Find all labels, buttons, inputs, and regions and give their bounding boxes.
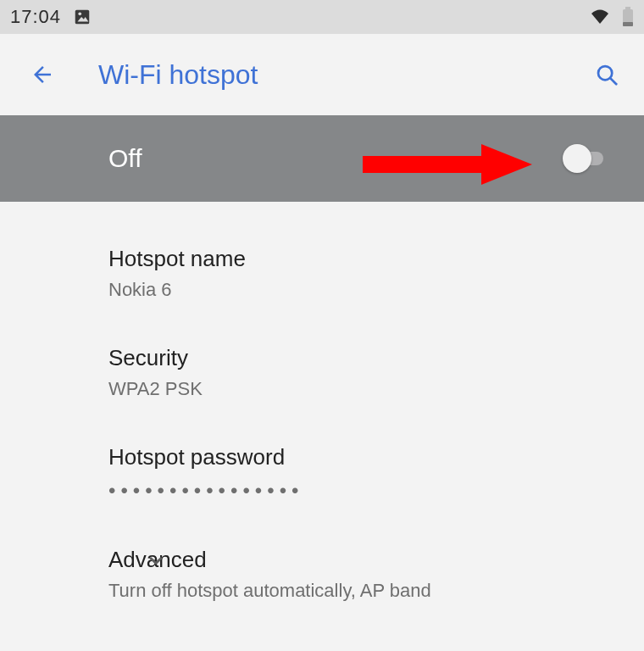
svg-point-2 <box>78 13 81 16</box>
hotspot-name-value: Nokia 6 <box>108 279 610 301</box>
status-bar: 17:04 <box>0 0 644 34</box>
hotspot-switch[interactable] <box>563 148 610 169</box>
svg-rect-3 <box>625 7 630 9</box>
chevron-down-icon <box>144 548 168 572</box>
advanced-item[interactable]: Advanced Turn off hotspot automatically,… <box>108 503 610 602</box>
wifi-icon <box>590 7 610 27</box>
svg-marker-9 <box>481 144 532 185</box>
settings-list: Hotspot name Nokia 6 Security WPA2 PSK H… <box>0 202 644 602</box>
svg-rect-8 <box>363 156 481 173</box>
status-right <box>590 7 634 27</box>
hotspot-name-item[interactable]: Hotspot name Nokia 6 <box>108 202 610 301</box>
svg-line-7 <box>610 78 616 84</box>
svg-rect-5 <box>623 22 633 26</box>
page-title: Wi-Fi hotspot <box>98 59 258 91</box>
screen: 17:04 Wi-Fi hotspot Of <box>0 0 644 651</box>
hotspot-state-label: Off <box>108 144 142 173</box>
security-item[interactable]: Security WPA2 PSK <box>108 301 610 400</box>
advanced-title: Advanced <box>108 547 610 573</box>
status-clock: 17:04 <box>10 6 61 28</box>
password-masked-value: •••••••••••••••• <box>108 479 610 503</box>
security-value: WPA2 PSK <box>108 378 610 400</box>
battery-icon <box>622 7 634 27</box>
back-button[interactable] <box>25 58 59 92</box>
expand-chevron[interactable] <box>139 543 173 577</box>
status-left: 17:04 <box>10 6 92 28</box>
picture-icon <box>73 8 92 26</box>
hotspot-toggle-row[interactable]: Off <box>0 115 644 202</box>
search-icon <box>594 62 619 87</box>
hotspot-name-title: Hotspot name <box>108 246 610 272</box>
back-arrow-icon <box>30 62 55 87</box>
security-title: Security <box>108 345 610 371</box>
annotation-arrow-icon <box>363 144 532 173</box>
switch-thumb <box>563 144 591 173</box>
password-title: Hotspot password <box>108 444 610 470</box>
app-bar: Wi-Fi hotspot <box>0 34 644 115</box>
svg-rect-0 <box>75 10 90 25</box>
advanced-value: Turn off hotspot automatically, AP band <box>108 580 610 602</box>
password-item[interactable]: Hotspot password •••••••••••••••• <box>108 400 610 503</box>
search-button[interactable] <box>590 58 624 92</box>
